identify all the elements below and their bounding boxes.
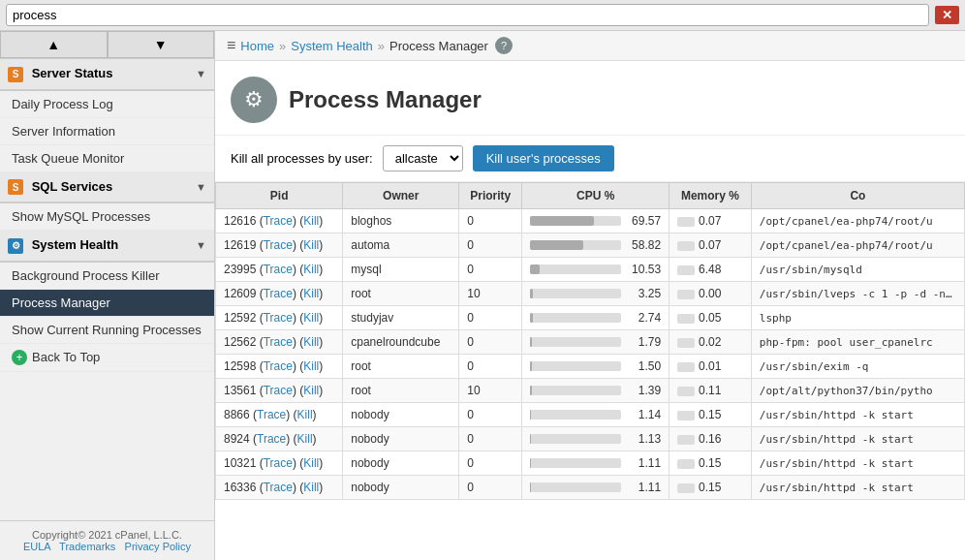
cell-command: /usr/sbin/httpd -k start [751, 403, 964, 427]
content-area: ≡ Home » System Health » Process Manager… [215, 31, 965, 560]
footer-privacy-link[interactable]: Privacy Policy [125, 541, 191, 552]
cell-command: /usr/sbin/httpd -k start [751, 451, 964, 476]
cell-command: /usr/sbin/httpd -k start [751, 476, 964, 500]
trace-link[interactable]: Trace [264, 359, 293, 373]
kill-link[interactable]: Kill [303, 311, 319, 325]
back-to-top-icon: + [12, 350, 27, 365]
trace-link[interactable]: Trace [264, 263, 293, 276]
cell-cpu: 58.82 [522, 233, 669, 258]
trace-link[interactable]: Trace [264, 456, 293, 470]
kill-link[interactable]: Kill [303, 481, 319, 494]
table-row: 12598 (Trace) (Kill) root 0 1.50 0.01 /u… [216, 355, 965, 379]
system-health-icon: ⚙ [8, 238, 23, 254]
trace-link[interactable]: Trace [264, 238, 293, 252]
sidebar-item-task-queue[interactable]: Task Queue Monitor [0, 145, 214, 172]
trace-link[interactable]: Trace [264, 384, 293, 397]
cell-memory: 0.02 [669, 330, 752, 355]
nav-down-button[interactable]: ▼ [108, 31, 215, 58]
cell-priority: 0 [459, 233, 522, 258]
table-row: 12592 (Trace) (Kill) studyjav 0 2.74 0.0… [216, 306, 965, 330]
table-row: 8924 (Trace) (Kill) nobody 0 1.13 0.16 /… [216, 427, 965, 451]
kill-link[interactable]: Kill [303, 359, 319, 373]
back-to-top-label: Back To Top [32, 350, 100, 364]
table-row: 12616 (Trace) (Kill) bloghos 0 69.57 0.0… [216, 209, 965, 233]
footer-eula-link[interactable]: EULA [23, 541, 50, 552]
breadcrumb-system-health[interactable]: System Health [291, 39, 373, 53]
breadcrumb-current: Process Manager [389, 39, 488, 53]
cell-memory: 0.15 [669, 403, 752, 427]
cell-owner: mysql [343, 258, 459, 282]
sidebar-item-server-info[interactable]: Server Information [0, 118, 214, 145]
kill-link[interactable]: Kill [303, 287, 319, 300]
sidebar-item-back-to-top[interactable]: + Back To Top [0, 344, 214, 372]
cell-priority: 0 [459, 476, 522, 500]
kill-link[interactable]: Kill [303, 384, 319, 397]
cell-memory: 0.16 [669, 427, 752, 451]
kill-link[interactable]: Kill [297, 408, 313, 421]
trace-link[interactable]: Trace [264, 214, 293, 228]
table-row: 8866 (Trace) (Kill) nobody 0 1.14 0.15 /… [216, 403, 965, 427]
trace-link[interactable]: Trace [264, 287, 293, 300]
breadcrumb-home[interactable]: Home [240, 39, 274, 53]
cell-cpu: 1.14 [522, 403, 669, 427]
kill-link[interactable]: Kill [297, 432, 313, 446]
cell-owner: automa [343, 233, 459, 258]
kill-link[interactable]: Kill [303, 263, 319, 276]
system-health-chevron: ▼ [196, 239, 206, 251]
table-row: 12619 (Trace) (Kill) automa 0 58.82 0.07… [216, 233, 965, 258]
server-status-label: Server Status [32, 66, 113, 80]
sidebar: ▲ ▼ S Server Status ▼ Daily Process Log … [0, 31, 215, 560]
col-memory: Memory % [669, 183, 752, 209]
menu-icon[interactable]: ≡ [227, 37, 235, 54]
cell-cpu: 3.25 [522, 282, 669, 306]
cell-priority: 10 [459, 379, 522, 403]
sidebar-item-show-running[interactable]: Show Current Running Processes [0, 317, 214, 344]
cell-priority: 0 [459, 451, 522, 476]
kill-label: Kill all processes by user: [231, 151, 373, 166]
breadcrumb-help-icon[interactable]: ? [495, 37, 513, 54]
sidebar-item-process-manager[interactable]: Process Manager [0, 290, 214, 317]
cell-priority: 0 [459, 427, 522, 451]
table-row: 23995 (Trace) (Kill) mysql 0 10.53 6.48 … [216, 258, 965, 282]
cell-command: /usr/sbin/httpd -k start [751, 427, 964, 451]
page-header: ⚙ Process Manager [215, 61, 965, 136]
cell-cpu: 1.13 [522, 427, 669, 451]
cell-priority: 0 [459, 403, 522, 427]
trace-link[interactable]: Trace [264, 335, 293, 349]
trace-link[interactable]: Trace [264, 311, 293, 325]
kill-link[interactable]: Kill [303, 238, 319, 252]
search-input[interactable] [6, 4, 929, 26]
system-health-header[interactable]: ⚙ System Health ▼ [0, 231, 214, 262]
kill-user-select[interactable]: allcaste root nobody mysql [383, 145, 463, 171]
sidebar-item-daily-log[interactable]: Daily Process Log [0, 91, 214, 118]
cell-memory: 0.00 [669, 282, 752, 306]
kill-link[interactable]: Kill [303, 335, 319, 349]
cell-pid: 12592 (Trace) (Kill) [216, 306, 343, 330]
search-clear-button[interactable]: ✕ [935, 6, 959, 24]
col-cpu: CPU % [522, 183, 669, 209]
breadcrumb-sep1: » [279, 39, 286, 53]
cell-cpu: 69.57 [522, 209, 669, 233]
kill-processes-button[interactable]: Kill user's processes [473, 145, 614, 171]
page-title: Process Manager [289, 86, 482, 113]
kill-link[interactable]: Kill [303, 214, 319, 228]
nav-up-button[interactable]: ▲ [0, 31, 108, 58]
cell-pid: 23995 (Trace) (Kill) [216, 258, 343, 282]
cell-pid: 12616 (Trace) (Kill) [216, 209, 343, 233]
table-row: 12609 (Trace) (Kill) root 10 3.25 0.00 /… [216, 282, 965, 306]
server-status-header[interactable]: S Server Status ▼ [0, 59, 214, 90]
sidebar-item-bg-killer[interactable]: Background Process Killer [0, 263, 214, 290]
sidebar-footer: Copyright© 2021 cPanel, L.L.C. EULA Trad… [0, 520, 214, 560]
col-priority: Priority [459, 183, 522, 209]
sql-services-header[interactable]: S SQL Services ▼ [0, 172, 214, 203]
sidebar-item-show-mysql[interactable]: Show MySQL Processes [0, 203, 214, 231]
trace-link[interactable]: Trace [257, 408, 286, 421]
sidebar-nav: ▲ ▼ [0, 31, 214, 59]
cell-pid: 13561 (Trace) (Kill) [216, 379, 343, 403]
kill-bar: Kill all processes by user: allcaste roo… [215, 136, 965, 182]
trace-link[interactable]: Trace [264, 481, 293, 494]
kill-link[interactable]: Kill [303, 456, 319, 470]
footer-trademarks-link[interactable]: Trademarks [59, 541, 115, 552]
trace-link[interactable]: Trace [257, 432, 286, 446]
cell-priority: 0 [459, 355, 522, 379]
